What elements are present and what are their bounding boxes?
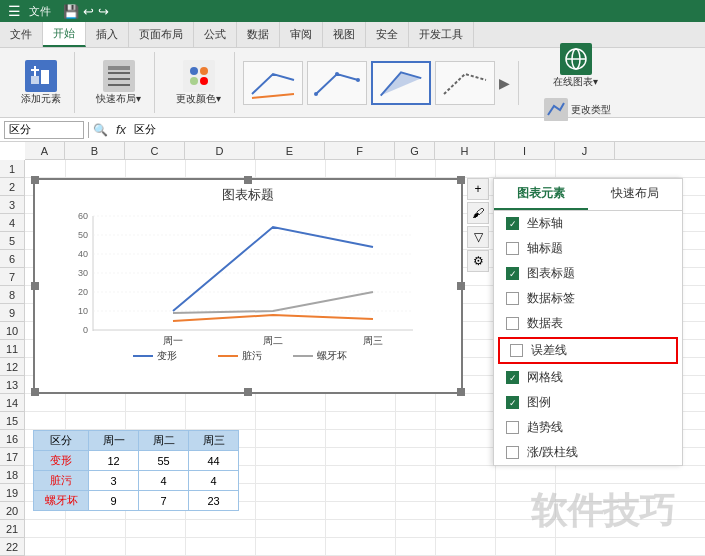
checkbox-8[interactable] [506, 421, 519, 434]
col-header-g[interactable]: G [395, 142, 435, 159]
col-header-j[interactable]: J [555, 142, 615, 159]
row-1[interactable]: 1 [0, 160, 24, 178]
tab-layout[interactable]: 页面布局 [129, 22, 194, 47]
checkbox-7[interactable]: ✓ [506, 396, 519, 409]
sidebar-item-0[interactable]: ✓ 坐标轴 [494, 211, 682, 236]
row-12[interactable]: 12 [0, 358, 24, 376]
sidebar-item-1[interactable]: 轴标题 [494, 236, 682, 261]
row-6[interactable]: 6 [0, 250, 24, 268]
table-cell-3-1[interactable]: 9 [89, 491, 139, 511]
table-header-label[interactable]: 区分 [34, 431, 89, 451]
table-cell-1-2[interactable]: 55 [139, 451, 189, 471]
col-header-b[interactable]: B [65, 142, 125, 159]
save-icon[interactable]: 💾 [63, 4, 79, 19]
row-4[interactable]: 4 [0, 214, 24, 232]
sidebar-item-6[interactable]: ✓ 网格线 [494, 365, 682, 390]
row-11[interactable]: 11 [0, 340, 24, 358]
tab-review[interactable]: 审阅 [280, 22, 323, 47]
checkbox-2[interactable]: ✓ [506, 267, 519, 280]
tab-security[interactable]: 安全 [366, 22, 409, 47]
menu-icon[interactable]: ☰ [8, 3, 21, 19]
table-cell-label-3[interactable]: 螺牙坏 [34, 491, 89, 511]
chart-settings-icon[interactable]: ⚙ [467, 250, 489, 272]
sidebar-item-5[interactable]: 误差线 [498, 337, 678, 364]
chart-handle-mr[interactable] [457, 282, 465, 290]
row-9[interactable]: 9 [0, 304, 24, 322]
chart-filter-icon[interactable]: ▽ [467, 226, 489, 248]
checkbox-5[interactable] [510, 344, 523, 357]
tab-home[interactable]: 开始 [43, 22, 86, 47]
checkbox-6[interactable]: ✓ [506, 371, 519, 384]
tab-insert[interactable]: 插入 [86, 22, 129, 47]
table-cell-label-1[interactable]: 变形 [34, 451, 89, 471]
row-15[interactable]: 15 [0, 412, 24, 430]
thumbnail-scroll-right[interactable]: ▶ [499, 75, 510, 91]
col-header-e[interactable]: E [255, 142, 325, 159]
row-10[interactable]: 10 [0, 322, 24, 340]
row-22[interactable]: 22 [0, 538, 24, 556]
col-header-a[interactable]: A [25, 142, 65, 159]
table-header-mon[interactable]: 周一 [89, 431, 139, 451]
row-5[interactable]: 5 [0, 232, 24, 250]
sidebar-item-9[interactable]: 涨/跌柱线 [494, 440, 682, 465]
chart-thumb-4[interactable] [435, 61, 495, 105]
chart-handle-br[interactable] [457, 388, 465, 396]
checkbox-1[interactable] [506, 242, 519, 255]
chart-handle-bm[interactable] [244, 388, 252, 396]
chart-container[interactable]: 图表标题 60 50 40 [33, 178, 463, 394]
row-14[interactable]: 14 [0, 394, 24, 412]
table-cell-2-2[interactable]: 4 [139, 471, 189, 491]
redo-icon[interactable]: ↪ [98, 4, 109, 19]
col-header-d[interactable]: D [185, 142, 255, 159]
table-cell-label-2[interactable]: 脏污 [34, 471, 89, 491]
quick-layout-button[interactable]: 快速布局▾ [91, 57, 146, 109]
row-21[interactable]: 21 [0, 520, 24, 538]
sidebar-tab-elements[interactable]: 图表元素 [494, 179, 588, 210]
row-13[interactable]: 13 [0, 376, 24, 394]
chart-elements-icon[interactable]: + [467, 178, 489, 200]
table-cell-1-3[interactable]: 44 [189, 451, 239, 471]
checkbox-9[interactable] [506, 446, 519, 459]
chart-handle-tm[interactable] [244, 176, 252, 184]
chart-thumb-1[interactable] [243, 61, 303, 105]
checkbox-4[interactable] [506, 317, 519, 330]
sidebar-item-4[interactable]: 数据表 [494, 311, 682, 336]
row-16[interactable]: 16 [0, 430, 24, 448]
checkbox-3[interactable] [506, 292, 519, 305]
col-header-i[interactable]: I [495, 142, 555, 159]
chart-handle-tr[interactable] [457, 176, 465, 184]
table-cell-2-1[interactable]: 3 [89, 471, 139, 491]
undo-icon[interactable]: ↩ [83, 4, 94, 19]
table-cell-3-2[interactable]: 7 [139, 491, 189, 511]
sidebar-item-7[interactable]: ✓ 图例 [494, 390, 682, 415]
chart-thumb-3[interactable] [371, 61, 431, 105]
tab-formula[interactable]: 公式 [194, 22, 237, 47]
chart-thumb-2[interactable] [307, 61, 367, 105]
tab-data[interactable]: 数据 [237, 22, 280, 47]
name-box[interactable] [4, 121, 84, 139]
table-cell-2-3[interactable]: 4 [189, 471, 239, 491]
table-header-wed[interactable]: 周三 [189, 431, 239, 451]
row-20[interactable]: 20 [0, 502, 24, 520]
row-7[interactable]: 7 [0, 268, 24, 286]
col-header-h[interactable]: H [435, 142, 495, 159]
formula-input[interactable] [134, 121, 701, 139]
col-header-c[interactable]: C [125, 142, 185, 159]
checkbox-0[interactable]: ✓ [506, 217, 519, 230]
sidebar-tab-layout[interactable]: 快速布局 [588, 179, 682, 210]
add-element-button[interactable]: 添加元素 [16, 57, 66, 109]
row-3[interactable]: 3 [0, 196, 24, 214]
col-header-f[interactable]: F [325, 142, 395, 159]
row-19[interactable]: 19 [0, 484, 24, 502]
tab-view[interactable]: 视图 [323, 22, 366, 47]
tab-file[interactable]: 文件 [0, 22, 43, 47]
row-8[interactable]: 8 [0, 286, 24, 304]
sidebar-item-8[interactable]: 趋势线 [494, 415, 682, 440]
row-18[interactable]: 18 [0, 466, 24, 484]
sidebar-item-3[interactable]: 数据标签 [494, 286, 682, 311]
sidebar-item-2[interactable]: ✓ 图表标题 [494, 261, 682, 286]
online-chart-button[interactable]: 在线图表▾ [548, 40, 603, 92]
file-menu[interactable]: 文件 [29, 4, 51, 19]
table-header-tue[interactable]: 周二 [139, 431, 189, 451]
chart-handle-tl[interactable] [31, 176, 39, 184]
